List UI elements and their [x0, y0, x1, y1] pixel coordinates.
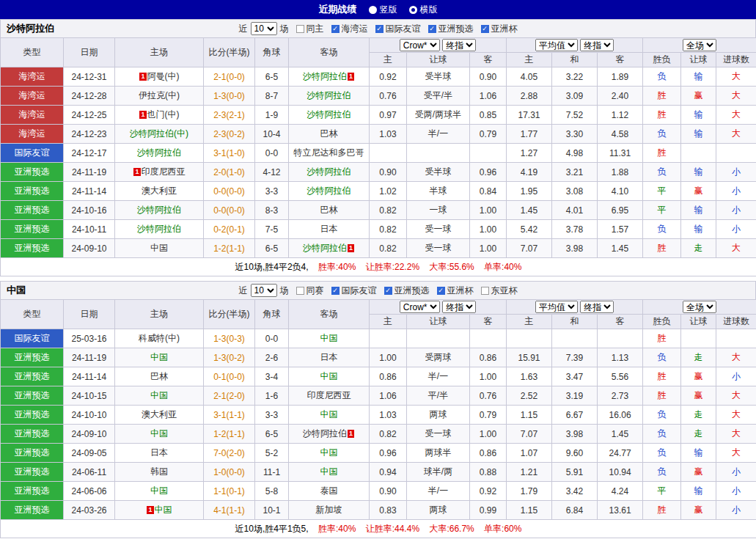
- filter-checkbox[interactable]: 亚洲杯: [437, 285, 474, 297]
- odds-stage-select[interactable]: 终指: [442, 301, 476, 313]
- odds-handicap: 平/半: [407, 386, 470, 406]
- avg-stage-select[interactable]: 终指: [580, 39, 614, 51]
- col-result-handicap: 让球: [681, 53, 716, 67]
- match-filters: 近 10 场 同赛国际友谊亚洲预选亚洲杯东亚杯: [239, 284, 518, 297]
- avg-home: 7.07: [507, 425, 552, 444]
- avg-draw: 3.78: [552, 220, 598, 239]
- odds-home: 1.03: [370, 125, 407, 144]
- odds-away: 0.88: [470, 463, 507, 482]
- odds-company-select[interactable]: Crow*: [400, 39, 440, 51]
- avg-home: 5.42: [507, 220, 552, 239]
- odds-handicap: 受半球: [407, 163, 470, 182]
- layout-radio-vertical[interactable]: 竖版: [369, 4, 397, 16]
- match-type-badge: 亚洲预选: [1, 463, 64, 482]
- avg-group-header: 平均值 终指: [507, 300, 643, 315]
- away-team-cell: 沙特阿拉伯: [289, 163, 370, 182]
- result-handicap: 赢: [681, 182, 716, 201]
- match-count-select[interactable]: 10: [251, 22, 277, 35]
- odds-handicap: 半球: [407, 182, 470, 201]
- match-score: 2-1(0-0): [204, 67, 255, 87]
- match-score: 2-0(1-0): [204, 163, 255, 182]
- filter-checkbox[interactable]: 国际友谊: [375, 23, 421, 35]
- home-team-name: 中国: [155, 505, 172, 515]
- odds-home: 0.82: [370, 201, 407, 220]
- col-away: 客场: [289, 38, 370, 67]
- red-card-badge: 1: [133, 168, 140, 176]
- odds-home: 0.82: [370, 239, 407, 258]
- odds-handicap: 受一球: [407, 220, 470, 239]
- odds-away: 0.86: [470, 348, 507, 367]
- home-team-name: 巴林: [150, 371, 168, 381]
- match-score: 3-1(1-1): [204, 406, 255, 425]
- summary-handicap-win-rate: 让胜率:44.4%: [366, 524, 419, 534]
- corner-score: 4-12: [255, 163, 289, 182]
- filter-checkbox[interactable]: 同主: [296, 23, 324, 35]
- avg-away: 5.56: [598, 367, 643, 386]
- filter-checkbox[interactable]: 海湾运: [331, 23, 368, 35]
- match-score: 7-0(2-0): [204, 444, 255, 463]
- away-team-cell: 沙特阿拉伯1: [289, 67, 370, 87]
- table-row: 国际友谊24-12-17沙特阿拉伯3-1(1-0)0-0特立尼达和多巴哥1.27…: [1, 144, 756, 163]
- result-handicap: 输: [681, 67, 716, 87]
- avg-stage-select[interactable]: 终指: [580, 301, 614, 313]
- away-team-name: 中国: [320, 447, 338, 458]
- match-date: 25-03-16: [64, 329, 115, 348]
- match-score: 4-1(1-1): [204, 501, 255, 520]
- result-win-draw-loss: 胜: [643, 87, 681, 106]
- topbar: 近期战绩 竖版 横版: [0, 0, 756, 19]
- odds-home: 0.82: [370, 425, 407, 444]
- checkbox-checked-icon: [384, 287, 392, 295]
- away-team-name: 沙特阿拉伯: [303, 428, 347, 439]
- home-team-cell: 1中国: [115, 501, 204, 520]
- odds-away: 0.86: [470, 444, 507, 463]
- col-avg-home: 主: [507, 315, 552, 329]
- match-type-badge: 亚洲预选: [1, 425, 64, 444]
- odds-group-header: Crow* 终指: [370, 38, 507, 53]
- col-result-goals: 进球数: [716, 315, 756, 329]
- result-win-draw-loss: 负: [643, 125, 681, 144]
- filter-checkbox[interactable]: 同赛: [296, 285, 324, 297]
- page-title: 近期战绩: [319, 3, 357, 16]
- summary-record: 近10场,胜4平1负5,: [235, 524, 309, 534]
- odds-away: 0.96: [470, 163, 507, 182]
- avg-draw: 7.52: [552, 106, 598, 125]
- away-team-name: 印度尼西亚: [307, 390, 351, 400]
- result-goals: 大: [716, 239, 756, 258]
- odds-stage-select[interactable]: 终指: [442, 39, 476, 51]
- scope-select[interactable]: 全场: [683, 39, 716, 51]
- scope-select[interactable]: 全场: [683, 301, 716, 313]
- match-type-badge: 亚洲预选: [1, 482, 64, 501]
- col-corner: 角球: [255, 300, 289, 329]
- result-win-draw-loss: 负: [643, 406, 681, 425]
- layout-radio-horizontal[interactable]: 横版: [409, 4, 438, 16]
- table-row: 亚洲预选24-06-06中国1-1(0-1)5-8泰国0.90半/一0.921.…: [1, 482, 756, 501]
- filter-checkbox[interactable]: 国际友谊: [331, 285, 377, 297]
- filter-checkbox[interactable]: 亚洲预选: [428, 23, 474, 35]
- match-date: 24-10-11: [64, 220, 115, 239]
- avg-source-select[interactable]: 平均值: [535, 301, 578, 313]
- filter-checkbox[interactable]: 亚洲杯: [481, 23, 518, 35]
- corner-score: 1-9: [255, 106, 289, 125]
- checkbox-checked-icon: [331, 25, 340, 33]
- odds-away: 1.00: [470, 425, 507, 444]
- filter-checkbox[interactable]: 亚洲预选: [384, 285, 430, 297]
- match-count-select[interactable]: 10: [251, 284, 277, 297]
- filter-checkbox[interactable]: 东亚杯: [481, 285, 518, 297]
- away-team-name: 日本: [320, 352, 338, 362]
- competition-filter-checkboxes: 同主海湾运国际友谊亚洲预选亚洲杯: [296, 23, 518, 35]
- match-type-badge: 亚洲预选: [1, 239, 64, 258]
- odds-company-select[interactable]: Crow*: [400, 301, 440, 313]
- match-type-badge: 海湾运: [1, 125, 64, 144]
- col-date: 日期: [64, 300, 115, 329]
- result-handicap: 输: [681, 444, 716, 463]
- away-team-name: 沙特阿拉伯: [307, 90, 351, 100]
- result-goals: 大: [716, 425, 756, 444]
- home-team-cell: 巴林: [115, 367, 204, 386]
- avg-source-select[interactable]: 平均值: [535, 39, 578, 51]
- avg-home: 1.79: [507, 482, 552, 501]
- match-rows: 国际友谊25-03-16科威特(中)1-3(0-3)0-0中国胜亚洲预选24-1…: [1, 329, 756, 520]
- match-date: 24-12-23: [64, 125, 115, 144]
- avg-away: 1.13: [598, 348, 643, 367]
- avg-draw: 3.09: [552, 87, 598, 106]
- home-team-name: 沙特阿拉伯(中): [130, 128, 188, 139]
